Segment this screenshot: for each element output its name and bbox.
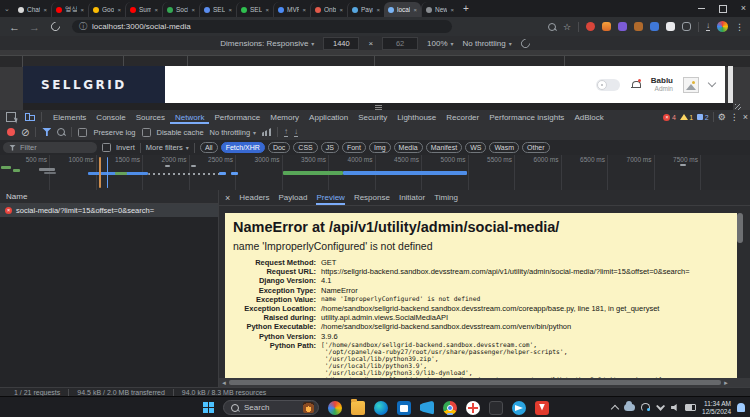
devtools-tab[interactable]: Lighthouse — [392, 110, 441, 124]
device-throttling-select[interactable]: No throttling ▾ — [463, 39, 512, 48]
extension-icon[interactable] — [586, 22, 595, 31]
notification-center-icon[interactable] — [737, 403, 745, 412]
filter-pill[interactable]: Media — [394, 142, 423, 153]
extension-icon[interactable] — [602, 22, 611, 31]
filter-pill[interactable]: CSS — [293, 142, 317, 153]
detail-tab[interactable]: Preview — [316, 190, 344, 205]
avatar[interactable] — [683, 77, 699, 93]
tab-close-icon[interactable]: × — [80, 7, 84, 13]
filter-pill[interactable]: All — [200, 142, 218, 153]
browser-tab[interactable]: Onbo × — [310, 2, 347, 17]
scrollbar-thumb[interactable] — [229, 380, 721, 385]
filter-pill[interactable]: Font — [342, 142, 366, 153]
network-conditions-icon[interactable] — [262, 128, 271, 136]
devtools-tab[interactable]: Recorder — [441, 110, 484, 124]
device-toolbar-icon[interactable] — [25, 113, 35, 121]
chrome-icon[interactable] — [443, 401, 457, 415]
tray-expand-icon[interactable] — [611, 404, 619, 412]
scrollbar-thumb[interactable] — [737, 213, 743, 243]
vscode-icon[interactable] — [420, 401, 434, 415]
bookmark-star-icon[interactable]: ☆ — [563, 22, 571, 32]
site-info-icon[interactable]: ⓘ — [79, 21, 87, 32]
url-text[interactable]: localhost:3000/social-media — [92, 22, 191, 31]
filter-funnel-icon[interactable] — [42, 128, 51, 136]
browser-tab[interactable]: Summ × — [125, 2, 162, 17]
browser-tab[interactable]: Googl × — [88, 2, 125, 17]
error-badge[interactable]: ×4 — [663, 114, 675, 121]
extensions-puzzle-icon[interactable] — [682, 22, 691, 31]
detail-tab[interactable]: Response — [354, 190, 390, 205]
notification-bell-icon[interactable] — [630, 79, 641, 90]
browser-tab[interactable]: MVP - × — [273, 2, 310, 17]
devtools-tab[interactable]: Application — [304, 110, 353, 124]
request-row[interactable]: × social-media/?limit=15&offset=0&search… — [0, 204, 218, 217]
battery-icon[interactable] — [685, 404, 696, 411]
forward-button[interactable]: → — [29, 21, 40, 33]
browser-tab[interactable]: New T × — [421, 2, 458, 17]
scroll-right-arrow[interactable]: ► — [721, 380, 731, 386]
edge-icon[interactable] — [374, 401, 388, 415]
tab-close-icon[interactable]: × — [450, 7, 454, 13]
tab-close-icon[interactable]: × — [265, 7, 269, 13]
devtools-tab[interactable]: Memory — [265, 110, 304, 124]
sync-icon[interactable] — [641, 403, 650, 412]
app-icon[interactable] — [466, 401, 480, 415]
settings-gear-icon[interactable]: ⚙ — [718, 112, 726, 122]
devtools-close-icon[interactable]: × — [743, 112, 748, 122]
name-column-header[interactable]: Name — [0, 190, 218, 204]
close-detail-icon[interactable]: × — [225, 193, 230, 203]
more-filters-dropdown[interactable]: More filters ▾ — [146, 143, 189, 152]
widgets-icon[interactable] — [328, 401, 342, 415]
filter-pill[interactable]: WS — [465, 142, 486, 153]
scroll-left-arrow[interactable]: ◄ — [219, 380, 229, 386]
tab-close-icon[interactable]: × — [117, 7, 121, 13]
devtools-tab[interactable]: Performance insights — [484, 110, 569, 124]
rotate-icon[interactable] — [519, 37, 532, 50]
brave-icon[interactable] — [535, 401, 549, 415]
devtools-menu-kebab-icon[interactable]: ⋮ — [730, 112, 739, 122]
detail-tab[interactable]: Payload — [279, 190, 308, 205]
filter-pill[interactable]: Manifest — [426, 142, 462, 153]
device-height-input[interactable] — [382, 37, 418, 50]
clear-icon[interactable]: ⊘ — [21, 127, 29, 138]
preserve-log-checkbox[interactable] — [78, 128, 87, 137]
devtools-tab[interactable]: AdBlock — [569, 110, 608, 124]
filter-pill[interactable]: Fetch/XHR — [221, 142, 265, 153]
browser-tab[interactable]: 영상 요 × — [51, 2, 88, 17]
inspect-icon[interactable] — [6, 112, 16, 122]
tab-close-icon[interactable]: × — [43, 7, 47, 13]
browser-tab[interactable]: ChatG × — [14, 2, 51, 17]
filter-pill[interactable]: Img — [369, 142, 391, 153]
tab-close-icon[interactable]: × — [228, 7, 232, 13]
browser-tab[interactable]: SELLG × — [199, 2, 236, 17]
start-button[interactable] — [203, 402, 214, 413]
address-bar[interactable]: ⓘ localhost:3000/social-media — [72, 20, 452, 33]
tab-close-icon[interactable]: × — [302, 7, 306, 13]
speaker-icon[interactable] — [671, 404, 679, 411]
telegram-icon[interactable] — [512, 401, 526, 415]
profile-avatar[interactable] — [717, 21, 728, 32]
device-zoom-select[interactable]: 100% ▾ — [427, 39, 453, 48]
extension-icon[interactable] — [666, 22, 675, 31]
tab-close-icon[interactable]: × — [154, 7, 158, 13]
page-scrollbar[interactable] — [728, 66, 733, 103]
clock[interactable]: 11:34 AM 12/5/2024 — [702, 400, 731, 415]
maximize-button[interactable] — [719, 5, 727, 13]
warning-badge[interactable]: 1 — [680, 114, 693, 121]
browser-tab[interactable]: SELLG × — [236, 2, 273, 17]
zoom-icon[interactable] — [548, 23, 556, 31]
devtools-tab[interactable]: Performance — [209, 110, 265, 124]
detail-tab[interactable]: Headers — [239, 190, 269, 205]
close-window-button[interactable]: × — [741, 4, 746, 13]
tab-close-icon[interactable]: × — [191, 7, 195, 13]
filter-pill[interactable]: JS — [321, 142, 339, 153]
devtools-tab[interactable]: Console — [91, 110, 130, 124]
filter-input[interactable]: Filter — [3, 142, 97, 153]
invert-checkbox[interactable] — [102, 143, 111, 152]
record-icon[interactable] — [7, 128, 15, 136]
hamburger-icon[interactable] — [375, 105, 382, 106]
browser-tab[interactable]: Social × — [162, 2, 199, 17]
tab-close-icon[interactable]: × — [339, 7, 343, 13]
network-overview-timeline[interactable]: 500 ms1000 ms1500 ms2000 ms2500 ms3000 m… — [0, 155, 750, 191]
back-button[interactable]: ← — [9, 21, 20, 33]
